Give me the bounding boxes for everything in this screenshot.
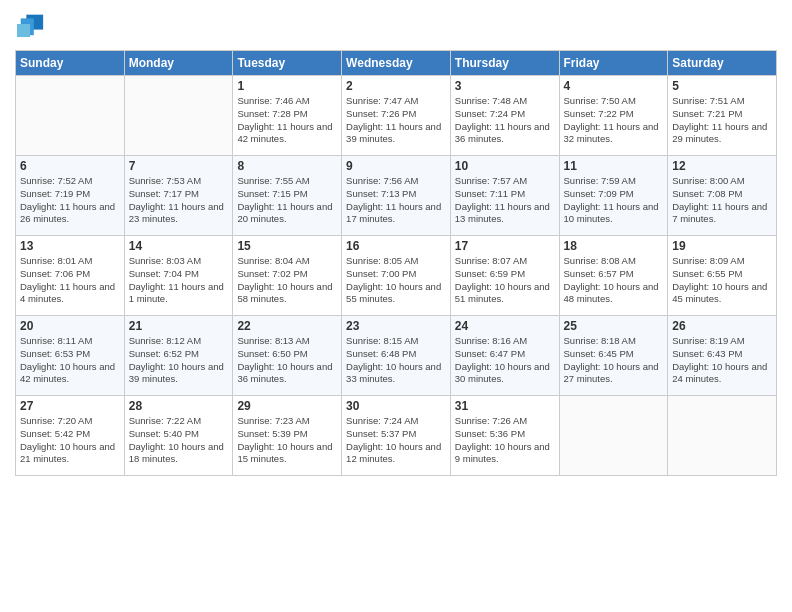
calendar-cell: 22Sunrise: 8:13 AMSunset: 6:50 PMDayligh…	[233, 316, 342, 396]
calendar-week-row: 1Sunrise: 7:46 AMSunset: 7:28 PMDaylight…	[16, 76, 777, 156]
day-number: 5	[672, 79, 772, 93]
calendar-cell: 31Sunrise: 7:26 AMSunset: 5:36 PMDayligh…	[450, 396, 559, 476]
day-number: 24	[455, 319, 555, 333]
calendar-header-row: SundayMondayTuesdayWednesdayThursdayFrid…	[16, 51, 777, 76]
day-info: Sunrise: 8:13 AMSunset: 6:50 PMDaylight:…	[237, 335, 337, 386]
header	[15, 10, 777, 42]
calendar-week-row: 6Sunrise: 7:52 AMSunset: 7:19 PMDaylight…	[16, 156, 777, 236]
weekday-header: Wednesday	[342, 51, 451, 76]
day-info: Sunrise: 8:11 AMSunset: 6:53 PMDaylight:…	[20, 335, 120, 386]
day-info: Sunrise: 7:56 AMSunset: 7:13 PMDaylight:…	[346, 175, 446, 226]
page: SundayMondayTuesdayWednesdayThursdayFrid…	[0, 0, 792, 612]
calendar-cell: 21Sunrise: 8:12 AMSunset: 6:52 PMDayligh…	[124, 316, 233, 396]
day-number: 18	[564, 239, 664, 253]
calendar-cell: 2Sunrise: 7:47 AMSunset: 7:26 PMDaylight…	[342, 76, 451, 156]
calendar-cell: 19Sunrise: 8:09 AMSunset: 6:55 PMDayligh…	[668, 236, 777, 316]
day-info: Sunrise: 7:22 AMSunset: 5:40 PMDaylight:…	[129, 415, 229, 466]
day-info: Sunrise: 7:55 AMSunset: 7:15 PMDaylight:…	[237, 175, 337, 226]
day-info: Sunrise: 8:04 AMSunset: 7:02 PMDaylight:…	[237, 255, 337, 306]
calendar-cell	[559, 396, 668, 476]
calendar-cell: 12Sunrise: 8:00 AMSunset: 7:08 PMDayligh…	[668, 156, 777, 236]
day-number: 30	[346, 399, 446, 413]
weekday-header: Saturday	[668, 51, 777, 76]
calendar-week-row: 20Sunrise: 8:11 AMSunset: 6:53 PMDayligh…	[16, 316, 777, 396]
day-info: Sunrise: 7:23 AMSunset: 5:39 PMDaylight:…	[237, 415, 337, 466]
day-number: 3	[455, 79, 555, 93]
weekday-header: Thursday	[450, 51, 559, 76]
calendar-cell: 18Sunrise: 8:08 AMSunset: 6:57 PMDayligh…	[559, 236, 668, 316]
calendar-table: SundayMondayTuesdayWednesdayThursdayFrid…	[15, 50, 777, 476]
day-info: Sunrise: 8:01 AMSunset: 7:06 PMDaylight:…	[20, 255, 120, 306]
day-info: Sunrise: 8:03 AMSunset: 7:04 PMDaylight:…	[129, 255, 229, 306]
calendar-cell: 17Sunrise: 8:07 AMSunset: 6:59 PMDayligh…	[450, 236, 559, 316]
day-number: 11	[564, 159, 664, 173]
day-info: Sunrise: 8:05 AMSunset: 7:00 PMDaylight:…	[346, 255, 446, 306]
calendar-week-row: 13Sunrise: 8:01 AMSunset: 7:06 PMDayligh…	[16, 236, 777, 316]
calendar-cell: 4Sunrise: 7:50 AMSunset: 7:22 PMDaylight…	[559, 76, 668, 156]
calendar-cell: 20Sunrise: 8:11 AMSunset: 6:53 PMDayligh…	[16, 316, 125, 396]
day-info: Sunrise: 7:52 AMSunset: 7:19 PMDaylight:…	[20, 175, 120, 226]
day-number: 31	[455, 399, 555, 413]
calendar-cell: 3Sunrise: 7:48 AMSunset: 7:24 PMDaylight…	[450, 76, 559, 156]
day-info: Sunrise: 7:26 AMSunset: 5:36 PMDaylight:…	[455, 415, 555, 466]
day-info: Sunrise: 8:16 AMSunset: 6:47 PMDaylight:…	[455, 335, 555, 386]
day-info: Sunrise: 8:19 AMSunset: 6:43 PMDaylight:…	[672, 335, 772, 386]
weekday-header: Sunday	[16, 51, 125, 76]
day-info: Sunrise: 8:09 AMSunset: 6:55 PMDaylight:…	[672, 255, 772, 306]
day-info: Sunrise: 7:48 AMSunset: 7:24 PMDaylight:…	[455, 95, 555, 146]
calendar-cell: 8Sunrise: 7:55 AMSunset: 7:15 PMDaylight…	[233, 156, 342, 236]
calendar-cell: 13Sunrise: 8:01 AMSunset: 7:06 PMDayligh…	[16, 236, 125, 316]
calendar-cell: 5Sunrise: 7:51 AMSunset: 7:21 PMDaylight…	[668, 76, 777, 156]
calendar-cell: 15Sunrise: 8:04 AMSunset: 7:02 PMDayligh…	[233, 236, 342, 316]
calendar-cell: 29Sunrise: 7:23 AMSunset: 5:39 PMDayligh…	[233, 396, 342, 476]
calendar-cell	[124, 76, 233, 156]
day-number: 26	[672, 319, 772, 333]
day-number: 6	[20, 159, 120, 173]
calendar-cell	[16, 76, 125, 156]
day-info: Sunrise: 7:57 AMSunset: 7:11 PMDaylight:…	[455, 175, 555, 226]
day-number: 14	[129, 239, 229, 253]
day-info: Sunrise: 7:50 AMSunset: 7:22 PMDaylight:…	[564, 95, 664, 146]
day-info: Sunrise: 8:08 AMSunset: 6:57 PMDaylight:…	[564, 255, 664, 306]
day-number: 28	[129, 399, 229, 413]
day-info: Sunrise: 7:53 AMSunset: 7:17 PMDaylight:…	[129, 175, 229, 226]
calendar-cell: 30Sunrise: 7:24 AMSunset: 5:37 PMDayligh…	[342, 396, 451, 476]
day-number: 27	[20, 399, 120, 413]
day-number: 10	[455, 159, 555, 173]
day-number: 21	[129, 319, 229, 333]
day-number: 7	[129, 159, 229, 173]
day-number: 4	[564, 79, 664, 93]
day-info: Sunrise: 8:12 AMSunset: 6:52 PMDaylight:…	[129, 335, 229, 386]
calendar-cell: 10Sunrise: 7:57 AMSunset: 7:11 PMDayligh…	[450, 156, 559, 236]
calendar-cell	[668, 396, 777, 476]
calendar-cell: 25Sunrise: 8:18 AMSunset: 6:45 PMDayligh…	[559, 316, 668, 396]
calendar-cell: 23Sunrise: 8:15 AMSunset: 6:48 PMDayligh…	[342, 316, 451, 396]
day-number: 12	[672, 159, 772, 173]
calendar-cell: 16Sunrise: 8:05 AMSunset: 7:00 PMDayligh…	[342, 236, 451, 316]
calendar-cell: 7Sunrise: 7:53 AMSunset: 7:17 PMDaylight…	[124, 156, 233, 236]
day-number: 17	[455, 239, 555, 253]
day-number: 25	[564, 319, 664, 333]
logo-icon	[17, 10, 45, 38]
svg-marker-2	[17, 24, 30, 37]
day-info: Sunrise: 7:59 AMSunset: 7:09 PMDaylight:…	[564, 175, 664, 226]
day-info: Sunrise: 8:00 AMSunset: 7:08 PMDaylight:…	[672, 175, 772, 226]
day-info: Sunrise: 8:15 AMSunset: 6:48 PMDaylight:…	[346, 335, 446, 386]
weekday-header: Friday	[559, 51, 668, 76]
day-number: 23	[346, 319, 446, 333]
calendar-cell: 1Sunrise: 7:46 AMSunset: 7:28 PMDaylight…	[233, 76, 342, 156]
calendar-cell: 26Sunrise: 8:19 AMSunset: 6:43 PMDayligh…	[668, 316, 777, 396]
day-number: 13	[20, 239, 120, 253]
weekday-header: Tuesday	[233, 51, 342, 76]
calendar-cell: 11Sunrise: 7:59 AMSunset: 7:09 PMDayligh…	[559, 156, 668, 236]
day-number: 1	[237, 79, 337, 93]
day-number: 19	[672, 239, 772, 253]
day-number: 2	[346, 79, 446, 93]
calendar-cell: 24Sunrise: 8:16 AMSunset: 6:47 PMDayligh…	[450, 316, 559, 396]
calendar-cell: 14Sunrise: 8:03 AMSunset: 7:04 PMDayligh…	[124, 236, 233, 316]
day-number: 8	[237, 159, 337, 173]
day-number: 29	[237, 399, 337, 413]
day-number: 22	[237, 319, 337, 333]
day-info: Sunrise: 7:47 AMSunset: 7:26 PMDaylight:…	[346, 95, 446, 146]
day-number: 9	[346, 159, 446, 173]
